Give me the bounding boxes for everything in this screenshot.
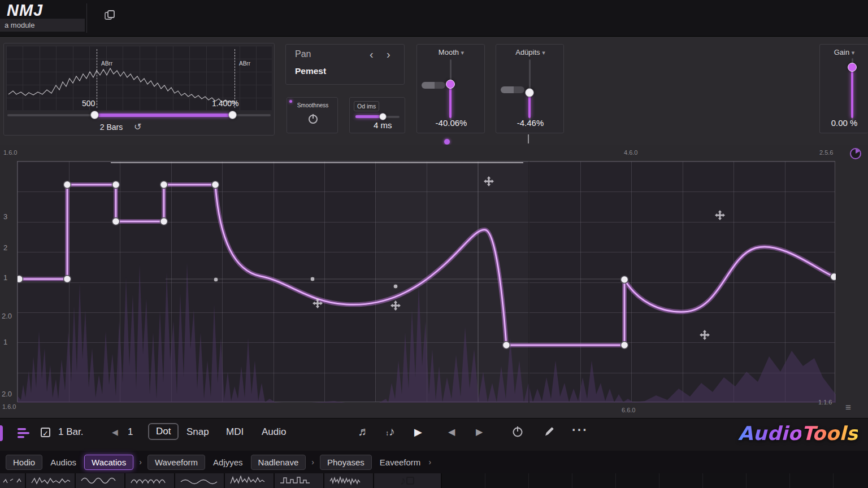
history-clock-icon[interactable]: ↺ <box>134 121 141 132</box>
waveform-thumbnail[interactable] <box>76 473 125 488</box>
copy-icon[interactable] <box>103 9 116 24</box>
step-back-icon[interactable]: ◀ <box>112 428 118 437</box>
dot-mode-button[interactable]: Dot <box>148 423 179 440</box>
adupits-slider-handle[interactable] <box>525 88 534 97</box>
empty-slot[interactable] <box>790 473 834 488</box>
tab-audios[interactable]: Audios <box>48 455 79 469</box>
module-selector[interactable]: a module <box>0 19 85 32</box>
offset-value[interactable]: 4 ms <box>374 120 392 130</box>
tab-adjyyes[interactable]: Adjyyes <box>211 455 245 469</box>
envelope-node[interactable] <box>160 218 168 225</box>
waveform-thumbnail[interactable] <box>0 473 26 488</box>
power-icon[interactable] <box>307 112 319 127</box>
clip-icon-cell[interactable]: ♪ <box>374 473 442 488</box>
empty-slot[interactable] <box>747 473 790 488</box>
bar-length-label[interactable]: 1 Bar. <box>58 426 83 438</box>
mooth-dropdown[interactable]: Mooth ▾ <box>417 48 485 56</box>
power-icon[interactable] <box>511 425 524 440</box>
playhead-tick <box>528 134 529 143</box>
curve-tension-handle[interactable] <box>393 284 398 289</box>
envelope-node[interactable] <box>621 276 628 284</box>
range-handle-right[interactable] <box>228 111 237 119</box>
pencil-icon[interactable] <box>544 426 555 439</box>
tab-hodio[interactable]: Hodio <box>6 455 42 470</box>
overview-display[interactable]: ABrr ABrr 500 1.400% <box>6 46 272 110</box>
adupits-panel: Adüpits ▾ -4.46% <box>496 44 564 133</box>
snap-checkbox[interactable]: ✓ <box>41 428 50 437</box>
adupits-dropdown[interactable]: Adüpits ▾ <box>496 48 565 56</box>
gain-value[interactable]: 0.00 % <box>820 118 868 128</box>
envelope-node[interactable] <box>112 218 120 225</box>
tab-eaveeform[interactable]: Eaveeform <box>377 455 423 469</box>
offset-slider-handle[interactable] <box>379 113 387 120</box>
note-icon[interactable]: ♬ <box>358 425 370 438</box>
mooth-mini-slider[interactable] <box>422 82 445 89</box>
move-cursor-icon[interactable] <box>715 210 725 220</box>
loop-marker-left[interactable] <box>97 49 97 108</box>
adupits-mini-slider[interactable] <box>501 86 524 93</box>
mooth-value[interactable]: -40.06% <box>417 118 485 128</box>
waveform-thumbnail[interactable] <box>324 473 374 488</box>
empty-slot[interactable] <box>703 473 747 488</box>
tab-phoyases[interactable]: Phoyases <box>320 455 372 470</box>
more-menu[interactable]: ··· <box>572 422 588 438</box>
preset-prev-button[interactable]: ‹ <box>370 48 374 61</box>
empty-slot[interactable] <box>616 473 659 488</box>
mooth-slider-handle[interactable] <box>446 80 455 89</box>
empty-slot[interactable] <box>659 473 703 488</box>
offset-label[interactable]: Od ims <box>354 101 379 111</box>
move-cursor-icon[interactable] <box>390 300 401 311</box>
next-marker-button[interactable]: ▶ <box>476 426 483 437</box>
playlist-icon[interactable] <box>17 426 32 442</box>
tab-wacatios[interactable]: Wacatios <box>84 455 133 470</box>
envelope-node[interactable] <box>112 181 120 189</box>
envelope-node[interactable] <box>160 181 168 189</box>
preset-next-button[interactable]: › <box>387 48 390 61</box>
move-cursor-icon[interactable] <box>484 176 494 186</box>
envelope-node[interactable] <box>18 276 23 283</box>
envelope-node[interactable] <box>621 342 628 349</box>
empty-slot[interactable] <box>485 473 529 488</box>
curve-tension-handle[interactable] <box>214 277 218 282</box>
tab-waveeform[interactable]: Waveeform <box>147 455 205 470</box>
adupits-value[interactable]: -4.46% <box>496 118 565 128</box>
waveform-thumbnail[interactable] <box>275 473 324 488</box>
waveform-thumbnail[interactable] <box>225 473 275 488</box>
scrollbar-handle[interactable]: ≡ <box>845 402 851 413</box>
bars-label[interactable]: 2 Bars <box>89 123 134 132</box>
envelope-node[interactable] <box>64 276 71 283</box>
waveform-thumbnail[interactable] <box>26 473 76 488</box>
brand-logo-tools: Tools <box>801 422 858 445</box>
envelope-node[interactable] <box>212 181 219 189</box>
offset-slider-fill[interactable] <box>355 115 383 118</box>
audio-button[interactable]: Audio <box>262 426 286 438</box>
empty-slot[interactable] <box>529 473 572 488</box>
empty-slot[interactable] <box>442 473 485 488</box>
waveform-thumbnail[interactable] <box>175 473 225 488</box>
y-label: 1 <box>3 338 7 346</box>
waveform-thumbnail[interactable] <box>125 473 175 488</box>
envelope-node[interactable] <box>831 273 836 281</box>
preset-name[interactable]: Pemest <box>295 66 326 76</box>
move-cursor-icon[interactable] <box>700 330 710 340</box>
step-value[interactable]: 1 <box>128 426 133 438</box>
marker-left-value: 500 <box>82 99 95 108</box>
tab-nadlenave[interactable]: Nadlenave <box>251 455 306 470</box>
range-slider-fill[interactable] <box>94 114 232 117</box>
midi-button[interactable]: MDI <box>226 426 244 438</box>
prev-marker-button[interactable]: ◀ <box>448 426 455 437</box>
gain-slider-handle[interactable] <box>848 63 857 72</box>
empty-slot[interactable] <box>572 473 616 488</box>
curve-tension-handle[interactable] <box>310 277 315 281</box>
mod-indicator-dot[interactable] <box>444 139 450 145</box>
gain-dropdown[interactable]: Gain ▾ <box>820 48 868 56</box>
smoothness-button[interactable]: Smoothness <box>287 97 338 133</box>
range-handle-left[interactable] <box>90 111 99 119</box>
play-button[interactable]: ▶ <box>414 426 422 438</box>
timer-menu-icon[interactable] <box>849 147 862 163</box>
envelope-node[interactable] <box>503 342 510 349</box>
snap-button[interactable]: Snap <box>186 426 209 438</box>
envelope-canvas[interactable] <box>17 161 835 402</box>
midi-note-icon[interactable]: ↕♪ <box>385 425 395 438</box>
envelope-node[interactable] <box>64 181 71 189</box>
